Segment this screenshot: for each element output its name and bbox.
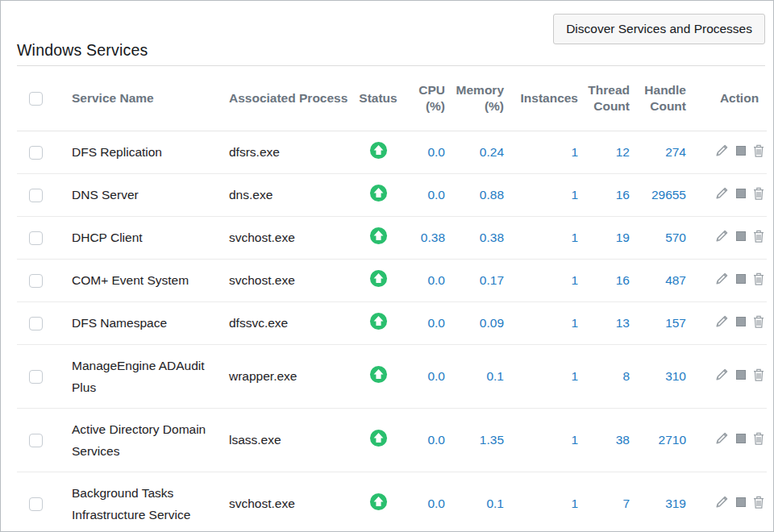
delete-icon[interactable] xyxy=(753,432,764,445)
associated-process-cell: dfssvc.exe xyxy=(213,301,350,344)
col-header-cpu: CPU (%) xyxy=(406,66,447,131)
cpu-cell[interactable]: 0.0 xyxy=(406,472,447,532)
handle-count-cell[interactable]: 29655 xyxy=(631,173,688,216)
stop-icon[interactable] xyxy=(736,497,746,507)
cpu-cell[interactable]: 0.0 xyxy=(406,408,447,472)
col-header-handle-count: Handle Count xyxy=(631,66,688,131)
edit-icon[interactable] xyxy=(715,431,729,445)
memory-cell[interactable]: 0.09 xyxy=(447,301,506,344)
service-name-cell: DFS Replication xyxy=(56,131,213,173)
handle-count-cell[interactable]: 2710 xyxy=(631,408,688,472)
table-row: DNS Server dns.exe 0.0 0.88 1 16 29655 xyxy=(17,173,767,216)
delete-icon[interactable] xyxy=(753,496,764,509)
handle-count-cell[interactable]: 274 xyxy=(631,131,688,173)
cpu-cell[interactable]: 0.38 xyxy=(406,216,447,259)
status-running-icon xyxy=(369,227,388,245)
thread-count-cell[interactable]: 13 xyxy=(580,301,631,344)
edit-icon[interactable] xyxy=(715,143,729,157)
thread-count-cell[interactable]: 38 xyxy=(580,408,631,472)
delete-icon[interactable] xyxy=(753,368,764,381)
col-header-action: Action xyxy=(688,66,767,131)
service-name-cell: ManageEngine ADAudit Plus xyxy=(56,344,213,408)
thread-count-cell[interactable]: 16 xyxy=(580,259,631,301)
memory-cell[interactable]: 0.38 xyxy=(447,216,506,259)
handle-count-cell[interactable]: 157 xyxy=(631,301,688,344)
delete-icon[interactable] xyxy=(753,144,764,157)
row-checkbox[interactable] xyxy=(29,434,43,447)
instances-cell[interactable]: 1 xyxy=(506,344,580,408)
thread-count-cell[interactable]: 16 xyxy=(580,173,631,216)
table-row: COM+ Event System svchost.exe 0.0 0.17 1… xyxy=(17,259,767,301)
cpu-cell[interactable]: 0.0 xyxy=(406,131,447,173)
associated-process-cell: svchost.exe xyxy=(213,472,350,532)
delete-icon[interactable] xyxy=(753,230,764,243)
stop-icon[interactable] xyxy=(736,317,746,326)
discover-services-button[interactable]: Discover Services and Processes xyxy=(553,14,765,44)
stop-icon[interactable] xyxy=(736,370,746,380)
row-checkbox[interactable] xyxy=(29,317,43,330)
associated-process-cell: wrapper.exe xyxy=(213,344,350,408)
delete-icon[interactable] xyxy=(753,187,764,200)
stop-icon[interactable] xyxy=(736,146,746,156)
thread-count-cell[interactable]: 8 xyxy=(580,344,631,408)
row-checkbox[interactable] xyxy=(29,146,43,160)
memory-cell[interactable]: 0.1 xyxy=(447,472,506,532)
instances-cell[interactable]: 1 xyxy=(506,472,580,532)
delete-icon[interactable] xyxy=(753,315,764,328)
instances-cell[interactable]: 1 xyxy=(506,131,580,173)
edit-icon[interactable] xyxy=(715,368,729,381)
edit-icon[interactable] xyxy=(715,186,729,200)
service-name-cell: Active Directory Domain Services xyxy=(56,408,213,472)
col-header-service-name: Service Name xyxy=(56,66,213,131)
cpu-cell[interactable]: 0.0 xyxy=(406,173,447,216)
select-all-checkbox[interactable] xyxy=(29,92,43,106)
table-row: DFS Namespace dfssvc.exe 0.0 0.09 1 13 1… xyxy=(17,301,767,344)
edit-icon[interactable] xyxy=(715,272,729,285)
handle-count-cell[interactable]: 570 xyxy=(631,216,688,259)
stop-icon[interactable] xyxy=(736,231,746,241)
edit-icon[interactable] xyxy=(715,495,729,509)
status-running-icon xyxy=(369,184,388,202)
thread-count-cell[interactable]: 12 xyxy=(580,131,631,173)
associated-process-cell: dns.exe xyxy=(213,173,350,216)
row-actions xyxy=(715,368,764,381)
instances-cell[interactable]: 1 xyxy=(506,173,580,216)
thread-count-cell[interactable]: 19 xyxy=(580,216,631,259)
handle-count-cell[interactable]: 310 xyxy=(631,344,688,408)
memory-cell[interactable]: 0.17 xyxy=(447,259,506,301)
row-actions xyxy=(715,431,764,445)
stop-icon[interactable] xyxy=(736,274,746,284)
instances-cell[interactable]: 1 xyxy=(506,259,580,301)
delete-icon[interactable] xyxy=(753,272,764,285)
edit-icon[interactable] xyxy=(715,229,729,243)
status-running-icon xyxy=(369,269,388,288)
row-actions xyxy=(715,495,764,509)
instances-cell[interactable]: 1 xyxy=(506,216,580,259)
stop-icon[interactable] xyxy=(736,434,746,443)
stop-icon[interactable] xyxy=(736,189,746,198)
col-header-instances: Instances xyxy=(506,66,580,131)
row-checkbox[interactable] xyxy=(29,497,43,511)
row-actions xyxy=(715,143,764,157)
associated-process-cell: svchost.exe xyxy=(213,259,350,301)
cpu-cell[interactable]: 0.0 xyxy=(406,301,447,344)
instances-cell[interactable]: 1 xyxy=(506,408,580,472)
row-checkbox[interactable] xyxy=(29,231,43,245)
memory-cell[interactable]: 0.24 xyxy=(447,131,506,173)
panel-header: Discover Services and Processes Windows … xyxy=(17,1,765,66)
memory-cell[interactable]: 0.88 xyxy=(447,173,506,216)
service-name-cell: DNS Server xyxy=(56,173,213,216)
table-row: DHCP Client svchost.exe 0.38 0.38 1 19 5… xyxy=(17,216,767,259)
cpu-cell[interactable]: 0.0 xyxy=(406,259,447,301)
row-checkbox[interactable] xyxy=(29,189,43,202)
edit-icon[interactable] xyxy=(715,314,729,328)
cpu-cell[interactable]: 0.0 xyxy=(406,344,447,408)
instances-cell[interactable]: 1 xyxy=(506,301,580,344)
thread-count-cell[interactable]: 7 xyxy=(580,472,631,532)
row-checkbox[interactable] xyxy=(29,370,43,384)
memory-cell[interactable]: 1.35 xyxy=(447,408,506,472)
handle-count-cell[interactable]: 319 xyxy=(631,472,688,532)
memory-cell[interactable]: 0.1 xyxy=(447,344,506,408)
handle-count-cell[interactable]: 487 xyxy=(631,259,688,301)
row-checkbox[interactable] xyxy=(29,274,43,288)
